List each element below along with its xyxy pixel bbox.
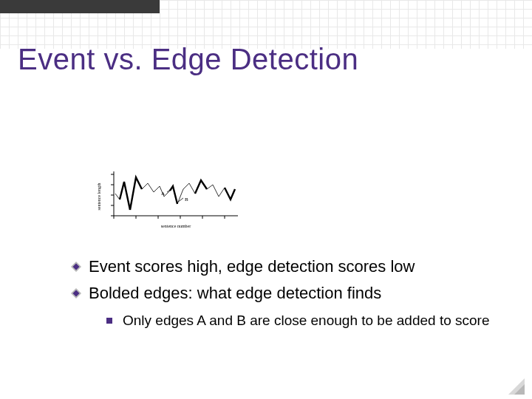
header-dark-block (0, 0, 160, 13)
chart-xlabel: sentence number (161, 224, 191, 228)
chart-ylabel: sentence length (97, 183, 101, 210)
slide-title: Event vs. Edge Detection (18, 43, 358, 76)
sub-bullet-text: Only edges A and B are close enough to b… (123, 311, 507, 330)
chart-label-b: B (185, 197, 188, 202)
svg-line-13 (167, 188, 173, 192)
diamond-bullet-icon (71, 262, 81, 272)
bullet-item: Bolded edges: what edge detection finds (71, 282, 507, 304)
square-bullet-icon (106, 318, 112, 324)
bullet-list: Event scores high, edge detection scores… (71, 256, 507, 330)
svg-line-14 (177, 198, 183, 202)
chart-label-a: A (161, 191, 165, 197)
diamond-bullet-icon (71, 288, 81, 299)
corner-dogear-icon (504, 374, 525, 395)
chart-figure: A B sentence length sentence number (93, 167, 244, 231)
bullet-text: Bolded edges: what edge detection finds (89, 282, 507, 304)
bullet-text: Event scores high, edge detection scores… (89, 256, 507, 278)
sub-bullet-item: Only edges A and B are close enough to b… (106, 311, 507, 330)
bullet-item: Event scores high, edge detection scores… (71, 256, 507, 278)
